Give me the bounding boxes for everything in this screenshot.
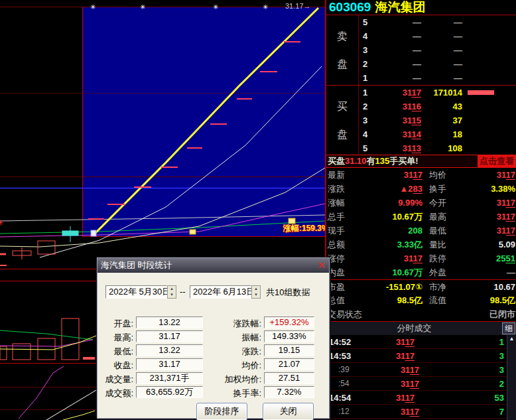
big-order-alert-banner[interactable]: 买盘31.10有135手买单! 点击查看 — [326, 155, 516, 168]
event-star-icon: ✳ — [90, 4, 96, 11]
sell-row[interactable]: 2 — — — [359, 57, 516, 71]
date-from-spinner[interactable]: ▲▼ — [167, 285, 176, 299]
sell-row[interactable]: 4 — — — [359, 29, 516, 43]
dialog-body: 2022年 5月30日 ▲▼ -- 2022年 6月13日 ▲▼ 共10组数据 … — [97, 273, 329, 419]
quote-panel: 603069海汽集团 卖 盘 买 盘 5 — — 4 — — — [325, 0, 516, 420]
selection-start-marker[interactable] — [91, 230, 96, 236]
field-value: +159.32% — [264, 316, 314, 328]
tape-row[interactable]: 14:54 3117 53 — [326, 391, 508, 405]
sell-row[interactable]: 1 — — — [359, 71, 516, 85]
stage-sort-button[interactable]: 阶段排序 — [196, 403, 247, 420]
stats-row: 内盘10.67万 外盘— — [326, 265, 516, 279]
selection-region — [82, 7, 325, 236]
stats-row: 涨跌▲283 换手3.38% — [326, 182, 516, 196]
close-button[interactable]: 关闭 — [263, 403, 314, 420]
field-label: 收盘: — [97, 360, 133, 372]
trade-status-value: 已闭市 — [407, 307, 516, 321]
stock-name: 海汽集团 — [375, 0, 425, 14]
dialog-title: 海汽集团 时段统计 — [101, 259, 314, 271]
tape-header: 分时成交 细 — [326, 321, 516, 335]
field-label: 振幅: — [210, 332, 261, 344]
tape-row[interactable]: :39 3117 3 — [326, 363, 508, 377]
field-label: 最高: — [97, 332, 133, 344]
event-star-icon: ✳ — [140, 4, 145, 11]
crosshair-candle — [62, 226, 78, 242]
stats-row: 总额3.33亿 量比5.09 — [326, 238, 516, 251]
period-stats-dialog: 海汽集团 时段统计 ✕ 2022年 5月30日 ▲▼ -- 2022年 6月13… — [97, 257, 330, 419]
big-order-bar — [468, 90, 494, 95]
buy-row[interactable]: 4 3114 18 — [359, 127, 516, 141]
field-label: 换手率: — [210, 387, 261, 399]
stats-row: 总手10.67万 最高3117 — [326, 210, 516, 224]
tape-detail-button[interactable]: 细 — [502, 322, 515, 334]
buy-row[interactable]: 3 3115 37 — [359, 113, 516, 127]
field-value: 7.32% — [264, 386, 314, 398]
buy-side-label: 买 — [326, 100, 358, 114]
chart-marker-1 — [190, 230, 196, 234]
field-value: 21.07 — [264, 358, 314, 370]
tape-scrollbar[interactable]: ▲ — [507, 335, 516, 420]
dialog-titlebar[interactable]: 海汽集团 时段统计 ✕ — [97, 258, 329, 273]
tape-row[interactable]: 14:52 3117 1 — [326, 335, 508, 349]
date-to-input[interactable]: 2022年 6月13日 — [190, 285, 251, 299]
view-detail-link[interactable]: 点击查看 — [478, 155, 516, 167]
stats-row: 现手208 最低3117 — [326, 224, 516, 238]
date-to-spinner[interactable]: ▲▼ — [251, 285, 261, 299]
stats-row: 最新3117 均价3117 — [326, 168, 516, 182]
field-label: 加权均价: — [210, 374, 261, 385]
volume-bars — [0, 318, 95, 360]
buy-row[interactable]: 2 3116 43 — [359, 100, 516, 113]
date-range-separator: -- — [180, 287, 186, 297]
kline-candles — [0, 241, 55, 265]
sell-rows: 5 — — 4 — — 3 — — 2 — — — [359, 15, 516, 85]
event-star-icon: ✳ — [213, 4, 218, 11]
tape-list: 14:52 3117 1 14:53 3117 3 :39 3117 3 :54… — [326, 335, 508, 419]
left-edge-marker-icon: ✳ — [0, 218, 3, 228]
field-label: 涨跌幅: — [210, 318, 261, 330]
stats-row: 市盈-151.07① 市净10.67 — [326, 279, 516, 293]
order-book: 卖 盘 买 盘 5 — — 4 — — 3 — — — [326, 15, 516, 155]
buy-rows: 1 3117 171014 2 3116 43 3 3115 37 4 — [359, 86, 516, 155]
sell-row[interactable]: 3 — — — [359, 43, 516, 57]
tape-title: 分时成交 — [326, 322, 502, 335]
volume-ma-lines — [0, 330, 96, 350]
field-value: 63,655.92万 — [136, 386, 203, 398]
close-icon[interactable]: ✕ — [314, 259, 329, 271]
buy-row[interactable]: 1 3117 171014 — [359, 86, 516, 100]
field-value: 27.51 — [264, 372, 314, 384]
sell-row[interactable]: 5 — — — [359, 15, 516, 29]
quote-stats: 最新3117 均价3117 涨跌▲283 换手3.38% 涨幅9.99% 今开3… — [326, 168, 516, 321]
event-star-icon: ✳ — [263, 4, 268, 11]
scroll-up-icon[interactable]: ▲ — [507, 335, 516, 343]
field-value: 31.17 — [136, 358, 203, 370]
field-label: 最低: — [97, 346, 133, 358]
trade-status-label: 交易状态 — [326, 307, 407, 321]
field-value: 13.22 — [136, 344, 203, 356]
field-label: 成交额: — [97, 387, 133, 399]
field-value: 19.15 — [264, 344, 314, 356]
field-label: 成交量: — [97, 374, 133, 385]
app-window: ✳ ✳ ✳ ✳ 31.17→ 涨幅:159.3% ✳ 603069海汽集团 卖 … — [0, 0, 516, 420]
stock-header[interactable]: 603069海汽集团 — [326, 0, 516, 15]
chart-gain-label: 涨幅:159.3% — [283, 223, 329, 234]
buy-row[interactable]: 5 3113 108 — [359, 141, 516, 155]
stock-code: 603069 — [329, 0, 371, 14]
tape-row[interactable]: :54 3117 2 — [326, 377, 508, 391]
field-value: 149.33% — [264, 330, 314, 342]
field-value: 13.22 — [136, 316, 203, 328]
stats-row: 涨幅9.99% 今开3117 — [326, 196, 516, 210]
stats-row: 总值98.5亿 流值98.5亿 — [326, 293, 516, 307]
group-count-label: 共10组数据 — [266, 287, 310, 299]
field-value: 31.17 — [136, 330, 203, 342]
buy-side-label: 盘 — [326, 128, 358, 142]
tape-row[interactable]: :12 3117 7 — [326, 405, 508, 419]
indicator-lines — [19, 366, 96, 420]
field-label: 开盘: — [97, 318, 133, 330]
trade-status-row: 交易状态 已闭市 — [326, 307, 516, 321]
field-label: 涨跌: — [210, 346, 261, 358]
field-label: 均价: — [210, 360, 261, 372]
date-from-input[interactable]: 2022年 5月30日 — [105, 285, 167, 299]
tape-row[interactable]: 14:53 3117 3 — [326, 349, 508, 363]
chart-top-price-label: 31.17→ — [285, 2, 311, 10]
sell-side-label: 盘 — [326, 58, 358, 72]
